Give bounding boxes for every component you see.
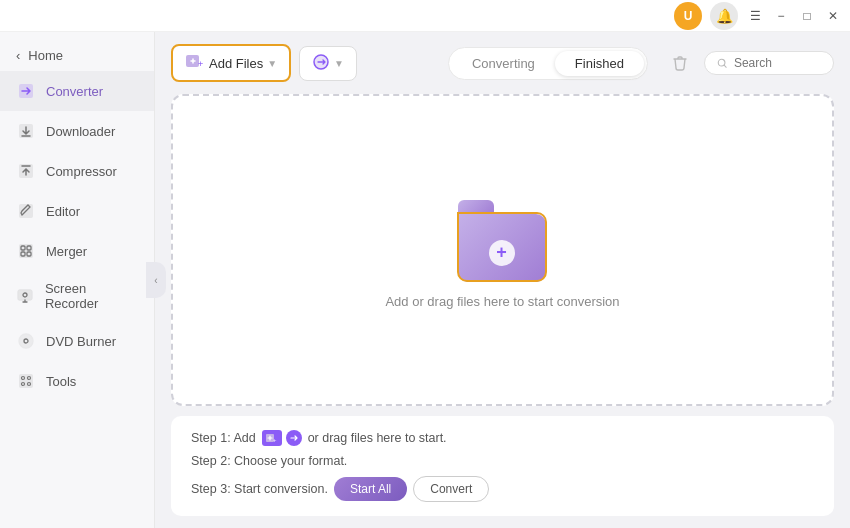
- search-box: [704, 51, 834, 75]
- sidebar-collapse-button[interactable]: ‹: [146, 262, 166, 298]
- merger-label: Merger: [46, 244, 87, 259]
- add-file-icon: +: [185, 52, 205, 74]
- steps-section: Step 1: Add + or drag files here to star…: [171, 416, 834, 516]
- sidebar-item-screen-recorder[interactable]: Screen Recorder: [0, 271, 154, 321]
- sidebar: ‹ Home Converter Downloader: [0, 32, 155, 528]
- maximize-button[interactable]: □: [798, 7, 816, 25]
- step-1-icons: +: [262, 430, 302, 446]
- add-files-label: Add Files: [209, 56, 263, 71]
- notification-icon[interactable]: 🔔: [710, 2, 738, 30]
- menu-icon[interactable]: ☰: [746, 7, 764, 25]
- downloader-label: Downloader: [46, 124, 115, 139]
- svg-rect-13: [19, 374, 33, 388]
- content-area: + Add Files ▼ ▼ Converting Fin: [155, 32, 850, 528]
- step-3-text: Step 3: Start conversion.: [191, 482, 328, 496]
- dvd-burner-icon: [16, 331, 36, 351]
- dvd-burner-label: DVD Burner: [46, 334, 116, 349]
- converter-icon: [16, 81, 36, 101]
- svg-text:+: +: [198, 59, 203, 69]
- merger-icon: [16, 241, 36, 261]
- compressor-icon: [16, 161, 36, 181]
- downloader-icon: [16, 121, 36, 141]
- toolbar: + Add Files ▼ ▼ Converting Fin: [171, 44, 834, 82]
- tab-converting[interactable]: Converting: [452, 51, 555, 76]
- drop-zone-text: Add or drag files here to start conversi…: [385, 294, 619, 309]
- editor-icon: [16, 201, 36, 221]
- step-2-text: Step 2: Choose your format.: [191, 454, 347, 468]
- step-3-line: Step 3: Start conversion. Start All Conv…: [191, 476, 814, 502]
- sidebar-item-downloader[interactable]: Downloader: [0, 111, 154, 151]
- add-files-chevron: ▼: [267, 58, 277, 69]
- step-1-text: Step 1: Add: [191, 431, 256, 445]
- editor-label: Editor: [46, 204, 80, 219]
- compressor-label: Compressor: [46, 164, 117, 179]
- step1-convert-icon: [286, 430, 302, 446]
- sidebar-item-converter[interactable]: Converter: [0, 71, 154, 111]
- chevron-left-icon: ‹: [16, 48, 20, 63]
- converter-label: Converter: [46, 84, 103, 99]
- step-1-suffix: or drag files here to start.: [308, 431, 447, 445]
- search-input[interactable]: [734, 56, 821, 70]
- toolbar-right: [664, 47, 834, 79]
- screen-recorder-icon: [16, 286, 35, 306]
- folder-border: [457, 212, 547, 282]
- tab-finished[interactable]: Finished: [555, 51, 644, 76]
- svg-text:+: +: [273, 437, 277, 443]
- sidebar-item-tools[interactable]: Tools: [0, 361, 154, 401]
- minimize-button[interactable]: −: [772, 7, 790, 25]
- user-avatar: U: [674, 2, 702, 30]
- sidebar-item-compressor[interactable]: Compressor: [0, 151, 154, 191]
- start-all-button[interactable]: Start All: [334, 477, 407, 501]
- title-bar: U 🔔 ☰ − □ ✕: [0, 0, 850, 32]
- screen-recorder-label: Screen Recorder: [45, 281, 138, 311]
- tools-label: Tools: [46, 374, 76, 389]
- convert-button[interactable]: Convert: [413, 476, 489, 502]
- step-2-line: Step 2: Choose your format.: [191, 454, 814, 468]
- sidebar-item-dvd-burner[interactable]: DVD Burner: [0, 321, 154, 361]
- svg-point-11: [19, 334, 33, 348]
- step-1-line: Step 1: Add + or drag files here to star…: [191, 430, 814, 446]
- tools-icon: [16, 371, 36, 391]
- app-body: ‹ Home Converter Downloader: [0, 32, 850, 528]
- step1-add-icon: +: [262, 430, 282, 446]
- convert-icon: [312, 53, 330, 74]
- search-icon: [717, 57, 728, 70]
- home-label: Home: [28, 48, 63, 63]
- sidebar-item-editor[interactable]: Editor: [0, 191, 154, 231]
- tab-group: Converting Finished: [448, 47, 648, 80]
- svg-rect-9: [18, 290, 32, 300]
- drop-zone[interactable]: + Add or drag files here to start conver…: [171, 94, 834, 406]
- close-button[interactable]: ✕: [824, 7, 842, 25]
- sidebar-item-merger[interactable]: Merger: [0, 231, 154, 271]
- folder-icon-wrap: +: [458, 192, 548, 282]
- trash-icon[interactable]: [664, 47, 696, 79]
- convert-chevron: ▼: [334, 58, 344, 69]
- add-files-button[interactable]: + Add Files ▼: [171, 44, 291, 82]
- convert-format-button[interactable]: ▼: [299, 46, 357, 81]
- sidebar-home[interactable]: ‹ Home: [0, 40, 154, 71]
